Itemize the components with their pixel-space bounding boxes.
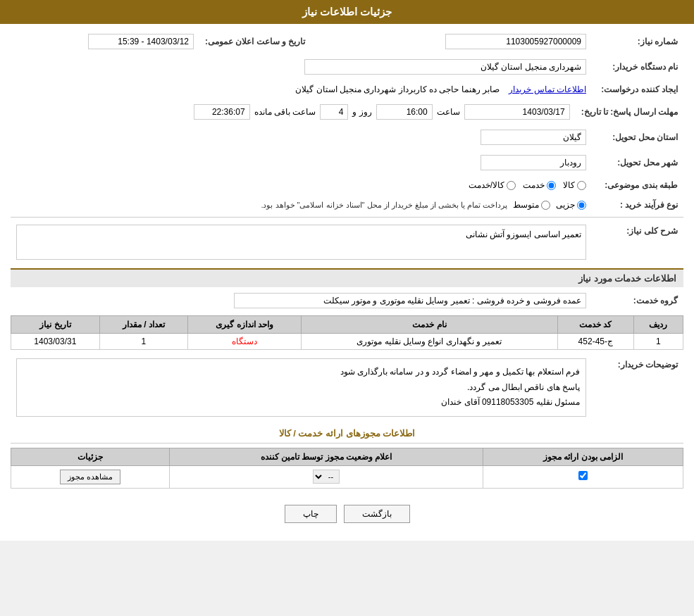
province-value: گیلان	[11, 127, 592, 148]
buyer-notes-line3: مسئول نقلیه 09118053305 آقای خندان	[441, 397, 580, 407]
buyer-notes-row: توضیحات خریدار: فرم استعلام بها تکمیل و …	[11, 356, 683, 420]
category-kala-radio[interactable]	[577, 181, 586, 190]
response-deadline-value: 1403/03/17 ساعت 16:00 روز و 4 ساعت باقی …	[11, 101, 576, 122]
category-kala-khedmat-radio[interactable]	[507, 181, 516, 190]
purchase-type-note: پرداخت تمام یا بخشی از مبلغ خریدار از مح…	[261, 201, 507, 210]
col-header-date: تاریخ نیاز	[11, 316, 100, 334]
requester-row: ایجاد کننده درخواست: اطلاعات تماس خریدار…	[11, 82, 683, 97]
city-label: شهر محل تحویل:	[592, 152, 683, 173]
city-value: رودبار	[11, 152, 592, 173]
license-row: -- مشاهده مجوز	[11, 465, 683, 488]
col-header-qty: تعداد / مقدار	[99, 316, 188, 334]
city-row: شهر محل تحویل: رودبار	[11, 152, 683, 173]
cell-qty: 1	[99, 334, 188, 350]
response-days-input: 4	[320, 104, 348, 120]
buyer-notes-label: توضیحات خریدار:	[592, 356, 683, 420]
service-group-label: گروه خدمت:	[592, 290, 683, 311]
view-license-button[interactable]: مشاهده مجوز	[60, 470, 120, 484]
license-col-status: اعلام وضعیت مجوز توسط تامین کننده	[170, 448, 483, 465]
license-col-details: جزئیات	[11, 448, 170, 465]
services-table: ردیف کد خدمت نام خدمت واحد اندازه گیری ت…	[11, 315, 683, 350]
buyer-org-value: شهرداری منجیل استان گیلان	[11, 56, 592, 77]
license-status-select[interactable]: --	[313, 470, 340, 484]
cell-name: تعمیر و نگهداری انواع وسایل نقلیه موتوری	[302, 334, 558, 350]
publish-datetime-label: تاریخ و ساعت اعلان عمومی:	[199, 31, 311, 52]
response-time-input: 16:00	[376, 104, 433, 120]
page-header: جزئیات اطلاعات نیاز	[0, 0, 694, 24]
category-label: طبقه بندی موضوعی:	[592, 177, 683, 193]
buyer-org-row: نام دستگاه خریدار: شهرداری منجیل استان گ…	[11, 56, 683, 77]
category-kala-khedmat-option: کالا/خدمت	[469, 180, 516, 190]
province-input: گیلان	[481, 130, 586, 145]
cell-date: 1403/03/31	[11, 334, 100, 350]
requester-name: صابر رهنما حاجی ده کاربرداز شهرداری منجی…	[295, 84, 500, 94]
back-button[interactable]: بازگشت	[344, 505, 410, 523]
buyer-org-input: شهرداری منجیل استان گیلان	[304, 59, 586, 75]
purchase-type-moutaset-radio[interactable]	[541, 201, 550, 210]
services-section-header: اطلاعات خدمات مورد نیاز	[11, 268, 683, 287]
need-number-row: شماره نیاز: 1103005927000009 تاریخ و ساع…	[11, 31, 683, 52]
purchase-type-jozi-radio[interactable]	[577, 201, 586, 210]
need-number-label: شماره نیاز:	[592, 31, 683, 52]
license-table: الزامی بودن ارائه مجوز اعلام وضعیت مجوز …	[11, 448, 683, 489]
cell-unit: دستگاه	[188, 334, 302, 350]
description-label: شرح کلی نیاز:	[592, 222, 683, 263]
category-khedmat-option: خدمت	[523, 180, 556, 190]
response-deadline-label: مهلت ارسال پاسخ: تا تاریخ:	[576, 101, 683, 122]
response-remaining-label: ساعت باقی مانده	[254, 107, 316, 117]
need-number-value: 1103005927000009	[346, 31, 592, 52]
category-khedmat-radio[interactable]	[547, 181, 556, 190]
response-deadline-row: مهلت ارسال پاسخ: تا تاریخ: 1403/03/17 سا…	[11, 101, 683, 122]
purchase-type-label: نوع فرآیند خرید :	[592, 197, 683, 213]
purchase-type-jozi-label: جزیی	[556, 200, 575, 210]
city-input: رودبار	[481, 155, 586, 170]
license-section-header: اطلاعات مجوزهای ارائه خدمت / کالا	[11, 424, 683, 444]
response-date-input: 1403/03/17	[464, 104, 570, 120]
buyer-notes-line1: فرم استعلام بها تکمیل و مهر و امضاء گردد…	[340, 367, 580, 377]
buyer-notes-line2: پاسخ های ناقص ابطال می گردد.	[467, 382, 580, 392]
buyer-org-label: نام دستگاه خریدار:	[592, 56, 683, 77]
service-group-value: عمده فروشی و خرده فروشی : تعمیر وسایل نق…	[11, 290, 592, 311]
requester-value: اطلاعات تماس خریدار صابر رهنما حاجی ده ک…	[11, 82, 592, 97]
province-label: استان محل تحویل:	[592, 127, 683, 148]
description-row: شرح کلی نیاز: تعمیر اساسی ایسوزو آتش نشا…	[11, 222, 683, 263]
category-kala-khedmat-label: کالا/خدمت	[469, 180, 504, 190]
description-value: تعمیر اساسی ایسوزو آتش نشانی	[11, 222, 592, 263]
col-header-name: نام خدمت	[302, 316, 558, 334]
main-content: شماره نیاز: 1103005927000009 تاریخ و ساع…	[0, 24, 694, 541]
print-button[interactable]: چاپ	[285, 505, 337, 523]
license-required-cell	[483, 465, 683, 488]
license-col-required: الزامی بودن ارائه مجوز	[483, 448, 683, 465]
category-row: طبقه بندی موضوعی: کالا خدمت	[11, 177, 683, 193]
divider-1	[11, 217, 683, 218]
category-khedmat-label: خدمت	[523, 180, 545, 190]
cell-code: ج-45-452	[557, 334, 633, 350]
table-row: 1 ج-45-452 تعمیر و نگهداری انواع وسایل ن…	[11, 334, 683, 350]
col-header-unit: واحد اندازه گیری	[188, 316, 302, 334]
purchase-type-moutaset-option: متوسط	[513, 200, 550, 210]
cell-row: 1	[633, 334, 683, 350]
publish-datetime-value: 1403/03/12 - 15:39	[11, 31, 199, 52]
bottom-buttons: بازگشت چاپ	[11, 494, 683, 534]
category-kala-option: کالا	[563, 180, 586, 190]
service-group-input: عمده فروشی و خرده فروشی : تعمیر وسایل نق…	[234, 293, 586, 308]
license-required-checkbox[interactable]	[578, 471, 588, 480]
requester-contact-link[interactable]: اطلاعات تماس خریدار	[509, 84, 586, 94]
category-value: کالا خدمت کالا/خدمت	[11, 177, 592, 193]
service-group-row: گروه خدمت: عمده فروشی و خرده فروشی : تعم…	[11, 290, 683, 311]
need-number-input: 1103005927000009	[445, 34, 586, 49]
response-days-label: روز و	[352, 107, 371, 117]
col-header-code: کد خدمت	[557, 316, 633, 334]
requester-label: ایجاد کننده درخواست:	[592, 82, 683, 97]
buyer-notes-box: فرم استعلام بها تکمیل و مهر و امضاء گردد…	[16, 358, 586, 417]
license-details-cell: مشاهده مجوز	[11, 465, 170, 488]
response-remaining-input: 22:36:07	[194, 104, 250, 120]
license-status-cell: --	[170, 465, 483, 488]
province-row: استان محل تحویل: گیلان	[11, 127, 683, 148]
buyer-notes-value: فرم استعلام بها تکمیل و مهر و امضاء گردد…	[11, 356, 592, 420]
description-box: تعمیر اساسی ایسوزو آتش نشانی	[16, 225, 586, 260]
publish-datetime-input: 1403/03/12 - 15:39	[88, 34, 194, 49]
purchase-type-value: جزیی متوسط پرداخت تمام یا بخشی از مبلغ خ…	[11, 197, 592, 213]
page-title: جزئیات اطلاعات نیاز	[302, 6, 392, 18]
purchase-type-moutaset-label: متوسط	[513, 200, 539, 210]
